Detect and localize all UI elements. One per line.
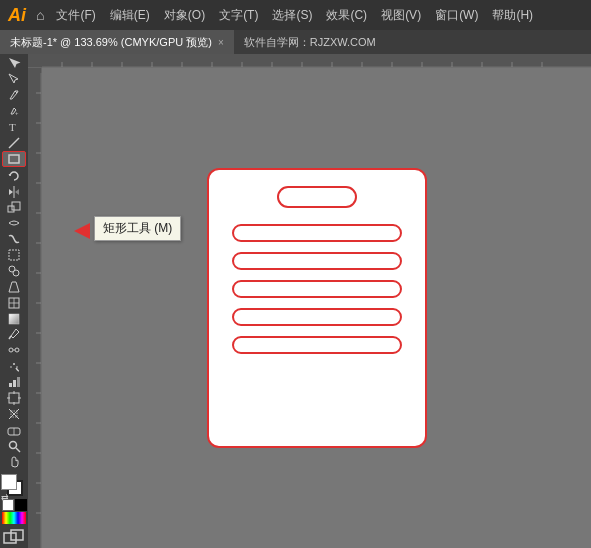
warp-tool[interactable] bbox=[2, 232, 26, 247]
width-tool[interactable] bbox=[2, 216, 26, 231]
direct-selection-tool[interactable] bbox=[2, 72, 26, 87]
menu-text[interactable]: 文字(T) bbox=[213, 5, 264, 26]
menu-view[interactable]: 视图(V) bbox=[375, 5, 427, 26]
type-tool[interactable]: T bbox=[2, 120, 26, 135]
ruler-top bbox=[28, 54, 591, 68]
tooltip: 矩形工具 (M) bbox=[94, 216, 181, 241]
svg-point-9 bbox=[13, 270, 19, 276]
mesh-tool[interactable] bbox=[2, 295, 26, 310]
canvas-row: 矩形工具 (M) bbox=[28, 68, 591, 548]
perspective-tool[interactable] bbox=[2, 279, 26, 294]
svg-rect-35 bbox=[11, 530, 23, 540]
black-swatch[interactable] bbox=[15, 499, 27, 511]
svg-rect-13 bbox=[9, 314, 19, 324]
toolbar: + T bbox=[0, 54, 28, 548]
svg-point-32 bbox=[10, 441, 17, 448]
symbol-sprayer-tool[interactable] bbox=[2, 359, 26, 374]
eraser-tool[interactable] bbox=[2, 422, 26, 437]
site-label: 软件自学网：RJZXW.COM bbox=[234, 30, 386, 54]
color-swatch-area: ⇄ bbox=[1, 474, 27, 496]
svg-rect-7 bbox=[9, 250, 19, 260]
color-gradient-bar[interactable] bbox=[2, 512, 26, 524]
tab-bar: 未标题-1* @ 133.69% (CMYK/GPU 预览) × 软件自学网：R… bbox=[0, 30, 591, 54]
home-icon[interactable]: ⌂ bbox=[36, 7, 44, 23]
tooltip-text: 矩形工具 (M) bbox=[103, 221, 172, 235]
svg-line-33 bbox=[16, 448, 20, 452]
svg-rect-34 bbox=[4, 533, 16, 543]
eyedropper-tool[interactable] bbox=[2, 327, 26, 342]
svg-marker-70 bbox=[74, 223, 90, 239]
menu-window[interactable]: 窗口(W) bbox=[429, 5, 484, 26]
gradient-tool[interactable] bbox=[2, 311, 26, 326]
active-tab[interactable]: 未标题-1* @ 133.69% (CMYK/GPU 预览) × bbox=[0, 30, 234, 54]
tooltip-arrow bbox=[74, 223, 104, 239]
svg-point-20 bbox=[16, 366, 18, 368]
ruler-left bbox=[28, 68, 42, 548]
pen-tool[interactable] bbox=[2, 88, 26, 103]
slice-tool[interactable] bbox=[2, 406, 26, 421]
svg-line-14 bbox=[9, 336, 11, 339]
menu-object[interactable]: 对象(O) bbox=[158, 5, 211, 26]
blend-tool[interactable] bbox=[2, 343, 26, 358]
svg-rect-3 bbox=[9, 155, 19, 163]
menu-file[interactable]: 文件(F) bbox=[50, 5, 101, 26]
rectangle-tool[interactable] bbox=[2, 151, 26, 167]
doc-line-3 bbox=[232, 280, 402, 298]
doc-line-2 bbox=[232, 252, 402, 270]
menu-edit[interactable]: 编辑(E) bbox=[104, 5, 156, 26]
svg-rect-24 bbox=[9, 393, 19, 403]
artboard-switcher[interactable] bbox=[3, 529, 25, 548]
svg-point-16 bbox=[15, 348, 19, 352]
svg-point-15 bbox=[9, 348, 13, 352]
svg-rect-22 bbox=[13, 380, 16, 387]
doc-header-shape bbox=[277, 186, 357, 208]
menu-effect[interactable]: 效果(C) bbox=[320, 5, 373, 26]
svg-rect-21 bbox=[9, 383, 12, 387]
quick-color-area bbox=[2, 499, 27, 524]
title-bar: Ai ⌂ 文件(F) 编辑(E) 对象(O) 文字(T) 选择(S) 效果(C)… bbox=[0, 0, 591, 30]
svg-point-18 bbox=[13, 363, 15, 365]
reflect-tool[interactable] bbox=[2, 184, 26, 199]
ai-logo: Ai bbox=[8, 5, 26, 26]
scale-tool[interactable] bbox=[2, 200, 26, 215]
main-area: + T bbox=[0, 54, 591, 548]
document-canvas bbox=[207, 168, 427, 448]
graph-tool[interactable] bbox=[2, 375, 26, 390]
doc-line-5 bbox=[232, 336, 402, 354]
menu-select[interactable]: 选择(S) bbox=[266, 5, 318, 26]
shape-builder-tool[interactable] bbox=[2, 264, 26, 279]
tab-label: 未标题-1* @ 133.69% (CMYK/GPU 预览) bbox=[10, 35, 212, 50]
svg-text:T: T bbox=[9, 121, 16, 133]
fill-swatch[interactable] bbox=[1, 474, 17, 490]
menu-help[interactable]: 帮助(H) bbox=[486, 5, 539, 26]
svg-rect-23 bbox=[17, 377, 20, 387]
add-anchor-tool[interactable]: + bbox=[2, 104, 26, 119]
line-tool[interactable] bbox=[2, 135, 26, 150]
selection-tool[interactable] bbox=[2, 56, 26, 71]
artboard-tool[interactable] bbox=[2, 391, 26, 406]
swap-colors-icon[interactable]: ⇄ bbox=[1, 492, 9, 502]
hand-tool[interactable] bbox=[2, 454, 26, 469]
free-transform-tool[interactable] bbox=[2, 248, 26, 263]
rotate-tool[interactable] bbox=[2, 168, 26, 183]
canvas-area[interactable]: 矩形工具 (M) bbox=[42, 68, 591, 548]
svg-text:+: + bbox=[15, 110, 19, 116]
canvas-container: 矩形工具 (M) bbox=[28, 54, 591, 548]
doc-line-1 bbox=[232, 224, 402, 242]
svg-line-2 bbox=[9, 138, 19, 148]
zoom-tool[interactable] bbox=[2, 438, 26, 453]
svg-point-19 bbox=[10, 366, 12, 368]
doc-line-4 bbox=[232, 308, 402, 326]
tab-close-button[interactable]: × bbox=[218, 37, 224, 48]
svg-rect-5 bbox=[8, 206, 14, 212]
menu-bar: 文件(F) 编辑(E) 对象(O) 文字(T) 选择(S) 效果(C) 视图(V… bbox=[50, 5, 539, 26]
